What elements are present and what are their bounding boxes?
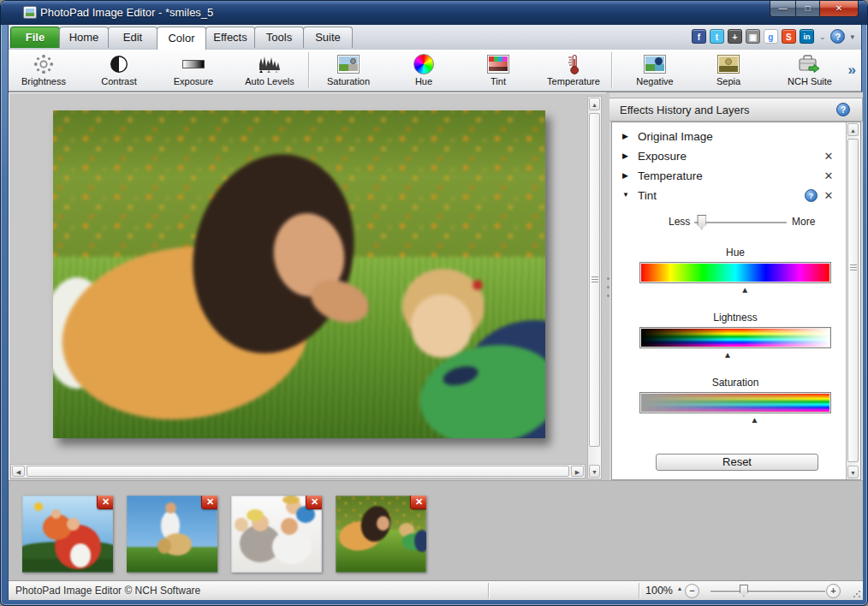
twitter-icon[interactable]: t [710,29,724,44]
lightness-slider-label: Lightness [639,312,831,324]
toolbar-overflow-icon[interactable]: » [848,62,856,79]
google-icon[interactable]: g [764,29,778,44]
photo-share-icon[interactable]: ▣ [746,29,760,44]
layer-row-tint[interactable]: ▼ Tint ? ✕ [615,187,841,206]
tint-amount-handle[interactable] [697,215,706,229]
expand-icon[interactable]: ▶ [622,171,628,180]
zoom-slider[interactable] [710,591,825,592]
scroll-right-icon[interactable]: ▶ [571,466,584,477]
linkedin-icon[interactable]: in [800,29,814,44]
social-more-icon[interactable]: ⌄ [817,33,828,41]
remove-effect-icon[interactable]: ✕ [823,169,835,182]
expand-icon[interactable]: ▶ [622,132,628,140]
panel-scroll-thumb[interactable] [847,139,859,462]
effects-panel-header: Effects History and Layers ? [609,98,863,122]
title-bar[interactable]: PhotoPad Image Editor - *smiles_5 — □ ✕ [1,1,867,25]
thumbnail-strip: ✕ ✕ [9,480,863,580]
hue-button[interactable]: Hue [386,51,461,90]
collapse-icon[interactable]: ▼ [622,191,629,199]
close-button[interactable]: ✕ [820,1,859,17]
tint-help-icon[interactable]: ? [805,189,817,202]
minimize-button[interactable]: — [770,1,795,17]
scroll-up-icon[interactable]: ▲ [847,123,859,136]
stumbleupon-icon[interactable]: S [782,29,796,44]
scroll-up-icon[interactable]: ▲ [589,98,600,110]
temperature-button[interactable]: Temperature [536,51,611,90]
contrast-button[interactable]: Contrast [81,51,157,90]
negative-icon [617,51,693,76]
image-canvas[interactable]: ▲ ▼ ◀ ▶ [9,92,606,481]
remove-effect-icon[interactable]: ✕ [823,189,835,202]
remove-effect-icon[interactable]: ✕ [823,150,835,163]
thumbnail-3[interactable]: ✕ [231,496,322,573]
tab-file[interactable]: File [10,27,60,48]
layer-row-original-image[interactable]: ▶ Original Image [615,128,841,147]
lightness-marker-icon[interactable]: ▲ [723,350,732,359]
layer-row-exposure[interactable]: ▶ Exposure ✕ [615,147,841,167]
hue-gradient-bar[interactable] [639,262,831,283]
zoom-slider-handle[interactable] [740,585,748,597]
tab-tools[interactable]: Tools [254,27,304,48]
scroll-down-icon[interactable]: ▼ [847,466,859,478]
tab-edit[interactable]: Edit [108,27,158,48]
temperature-icon [536,51,611,76]
reset-button[interactable]: Reset [656,454,818,471]
layer-row-temperature[interactable]: ▶ Temperature ✕ [615,167,841,187]
auto-levels-icon [232,51,307,76]
canvas-vscroll-thumb[interactable] [589,113,600,447]
main-area: ▲ ▼ ◀ ▶ Effects History and Layers ? [9,92,863,480]
exposure-button[interactable]: Exposure [156,51,231,90]
brightness-button[interactable]: Brightness [6,51,81,90]
canvas-vertical-scrollbar[interactable]: ▲ ▼ [587,96,602,479]
panel-help-icon[interactable]: ? [836,103,850,116]
saturation-icon [311,51,386,76]
canvas-horizontal-scrollbar[interactable]: ◀ ▶ [10,464,586,478]
tint-button[interactable]: Tint [461,51,536,90]
google-plus-icon[interactable]: + [728,29,742,44]
lightness-gradient-bar[interactable] [639,327,831,348]
close-thumbnail-icon[interactable]: ✕ [97,496,113,509]
tab-effects[interactable]: Effects [205,27,255,48]
tab-home[interactable]: Home [59,27,109,48]
sepia-button[interactable]: Sepia [691,51,766,90]
canvas-hscroll-thumb[interactable] [27,466,569,477]
saturation-slider-label: Saturation [639,377,831,389]
help-menu-caret-icon[interactable]: ▾ [848,33,856,41]
close-thumbnail-icon[interactable]: ✕ [306,496,322,509]
auto-levels-button[interactable]: Auto Levels [232,51,307,90]
help-icon[interactable]: ? [830,29,845,44]
tab-suite[interactable]: Suite [303,27,353,48]
zoom-caret-icon[interactable]: ▴ [678,585,681,592]
color-toolbar: Brightness Contrast Exposure Auto Levels [9,50,861,92]
thumbnail-1[interactable]: ✕ [22,496,113,573]
sepia-icon [691,51,766,76]
zoom-in-button[interactable]: + [826,584,841,598]
nch-suite-icon [770,51,849,76]
panel-scrollbar[interactable]: ▲ ▼ [846,122,860,479]
scroll-down-icon[interactable]: ▼ [589,465,600,478]
close-thumbnail-icon[interactable]: ✕ [410,496,426,509]
zoom-level-value[interactable]: 100% [645,585,673,597]
scroll-left-icon[interactable]: ◀ [12,466,25,477]
edited-photo[interactable] [53,110,545,438]
tint-amount-slider[interactable] [694,222,787,223]
thumbnail-4[interactable]: ✕ [336,496,426,573]
saturation-marker-icon[interactable]: ▲ [750,415,758,425]
close-thumbnail-icon[interactable]: ✕ [201,496,217,509]
negative-button[interactable]: Negative [617,51,693,90]
resize-grip[interactable] [853,590,861,598]
window-title: PhotoPad Image Editor - *smiles_5 [40,6,213,19]
hue-marker-icon[interactable]: ▲ [740,285,749,294]
expand-icon[interactable]: ▶ [622,152,628,160]
app-icon [23,6,37,19]
tab-color[interactable]: Color [157,27,206,50]
zoom-out-button[interactable]: − [685,584,699,598]
client-area: File Home Edit Color Effects Tools Suite… [8,25,862,600]
status-text: PhotoPad Image Editor © NCH Software [15,585,200,597]
maximize-button[interactable]: □ [795,1,820,17]
thumbnail-2[interactable]: ✕ [127,496,217,573]
saturation-gradient-bar[interactable] [639,392,831,413]
saturation-button[interactable]: Saturation [311,51,386,90]
facebook-icon[interactable]: f [692,29,706,44]
nch-suite-button[interactable]: NCH Suite [770,51,849,90]
